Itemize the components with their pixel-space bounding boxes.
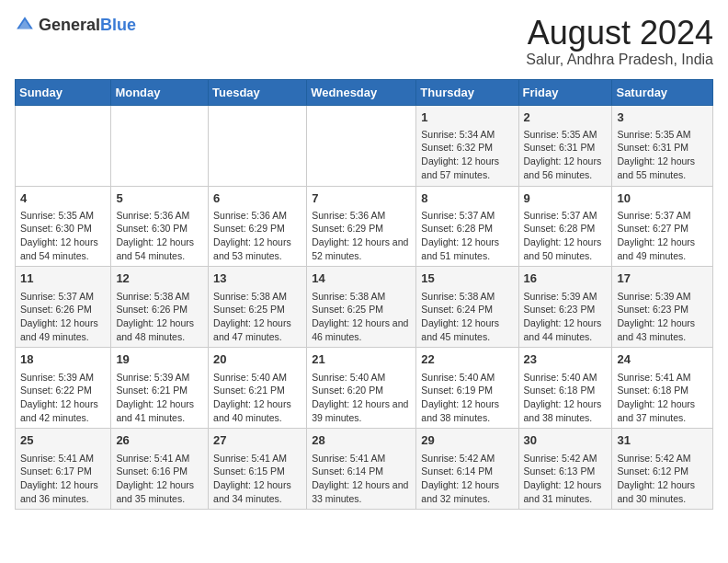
week-row-3: 11Sunrise: 5:37 AM Sunset: 6:26 PM Dayli… <box>16 267 713 348</box>
day-number: 18 <box>20 351 106 368</box>
calendar-cell: 16Sunrise: 5:39 AM Sunset: 6:23 PM Dayli… <box>518 267 612 348</box>
day-number: 2 <box>524 109 608 126</box>
day-number: 22 <box>421 351 513 368</box>
day-info: Sunrise: 5:40 AM Sunset: 6:19 PM Dayligh… <box>421 371 513 425</box>
day-number: 25 <box>20 432 106 449</box>
logo-general: General <box>39 16 100 34</box>
calendar-cell: 24Sunrise: 5:41 AM Sunset: 6:18 PM Dayli… <box>612 348 713 429</box>
day-info: Sunrise: 5:40 AM Sunset: 6:20 PM Dayligh… <box>312 371 411 425</box>
calendar-cell: 19Sunrise: 5:39 AM Sunset: 6:21 PM Dayli… <box>111 348 209 429</box>
day-info: Sunrise: 5:37 AM Sunset: 6:27 PM Dayligh… <box>617 209 708 263</box>
day-info: Sunrise: 5:37 AM Sunset: 6:26 PM Dayligh… <box>20 290 106 344</box>
month-year-title: August 2024 <box>526 15 713 52</box>
day-info: Sunrise: 5:41 AM Sunset: 6:18 PM Dayligh… <box>617 371 708 425</box>
calendar-cell: 13Sunrise: 5:38 AM Sunset: 6:25 PM Dayli… <box>209 267 307 348</box>
logo: GeneralBlue <box>15 15 136 35</box>
day-header-tuesday: Tuesday <box>209 79 307 105</box>
calendar-table: SundayMondayTuesdayWednesdayThursdayFrid… <box>15 79 713 511</box>
day-header-thursday: Thursday <box>416 79 518 105</box>
day-number: 17 <box>617 270 708 287</box>
week-row-5: 25Sunrise: 5:41 AM Sunset: 6:17 PM Dayli… <box>16 429 713 510</box>
calendar-cell: 9Sunrise: 5:37 AM Sunset: 6:28 PM Daylig… <box>518 186 612 267</box>
day-number: 7 <box>312 190 411 207</box>
day-number: 5 <box>116 190 203 207</box>
day-info: Sunrise: 5:42 AM Sunset: 6:14 PM Dayligh… <box>421 452 513 506</box>
day-number: 6 <box>213 190 301 207</box>
calendar-cell: 27Sunrise: 5:41 AM Sunset: 6:15 PM Dayli… <box>209 429 307 510</box>
day-number: 21 <box>312 351 411 368</box>
day-number: 19 <box>116 351 203 368</box>
calendar-cell <box>209 105 307 186</box>
calendar-header: SundayMondayTuesdayWednesdayThursdayFrid… <box>16 79 713 105</box>
day-info: Sunrise: 5:35 AM Sunset: 6:30 PM Dayligh… <box>20 209 106 263</box>
day-number: 23 <box>524 351 608 368</box>
day-header-monday: Monday <box>111 79 209 105</box>
location-subtitle: Salur, Andhra Pradesh, India <box>526 52 713 68</box>
day-info: Sunrise: 5:39 AM Sunset: 6:23 PM Dayligh… <box>524 290 608 344</box>
day-number: 20 <box>213 351 301 368</box>
day-info: Sunrise: 5:36 AM Sunset: 6:29 PM Dayligh… <box>213 209 301 263</box>
page-header: GeneralBlue August 2024 Salur, Andhra Pr… <box>15 15 713 68</box>
day-info: Sunrise: 5:38 AM Sunset: 6:25 PM Dayligh… <box>213 290 301 344</box>
week-row-2: 4Sunrise: 5:35 AM Sunset: 6:30 PM Daylig… <box>16 186 713 267</box>
day-number: 28 <box>312 432 411 449</box>
day-info: Sunrise: 5:41 AM Sunset: 6:17 PM Dayligh… <box>20 452 106 506</box>
day-info: Sunrise: 5:41 AM Sunset: 6:15 PM Dayligh… <box>213 452 301 506</box>
day-info: Sunrise: 5:38 AM Sunset: 6:25 PM Dayligh… <box>312 290 411 344</box>
calendar-cell: 1Sunrise: 5:34 AM Sunset: 6:32 PM Daylig… <box>416 105 518 186</box>
calendar-cell: 5Sunrise: 5:36 AM Sunset: 6:30 PM Daylig… <box>111 186 209 267</box>
calendar-cell: 3Sunrise: 5:35 AM Sunset: 6:31 PM Daylig… <box>612 105 713 186</box>
day-info: Sunrise: 5:34 AM Sunset: 6:32 PM Dayligh… <box>421 128 513 182</box>
calendar-cell: 25Sunrise: 5:41 AM Sunset: 6:17 PM Dayli… <box>16 429 111 510</box>
calendar-cell: 4Sunrise: 5:35 AM Sunset: 6:30 PM Daylig… <box>16 186 111 267</box>
logo-blue: Blue <box>100 16 136 34</box>
calendar-cell: 14Sunrise: 5:38 AM Sunset: 6:25 PM Dayli… <box>307 267 416 348</box>
calendar-cell: 17Sunrise: 5:39 AM Sunset: 6:23 PM Dayli… <box>612 267 713 348</box>
day-info: Sunrise: 5:38 AM Sunset: 6:26 PM Dayligh… <box>116 290 203 344</box>
calendar-cell: 7Sunrise: 5:36 AM Sunset: 6:29 PM Daylig… <box>307 186 416 267</box>
day-number: 14 <box>312 270 411 287</box>
day-number: 1 <box>421 109 513 126</box>
calendar-cell: 29Sunrise: 5:42 AM Sunset: 6:14 PM Dayli… <box>416 429 518 510</box>
calendar-cell: 18Sunrise: 5:39 AM Sunset: 6:22 PM Dayli… <box>16 348 111 429</box>
day-number: 13 <box>213 270 301 287</box>
day-info: Sunrise: 5:42 AM Sunset: 6:13 PM Dayligh… <box>524 452 608 506</box>
day-info: Sunrise: 5:39 AM Sunset: 6:23 PM Dayligh… <box>617 290 708 344</box>
day-number: 24 <box>617 351 708 368</box>
calendar-cell <box>307 105 416 186</box>
day-info: Sunrise: 5:37 AM Sunset: 6:28 PM Dayligh… <box>524 209 608 263</box>
day-info: Sunrise: 5:38 AM Sunset: 6:24 PM Dayligh… <box>421 290 513 344</box>
day-header-saturday: Saturday <box>612 79 713 105</box>
calendar-cell: 22Sunrise: 5:40 AM Sunset: 6:19 PM Dayli… <box>416 348 518 429</box>
calendar-cell: 31Sunrise: 5:42 AM Sunset: 6:12 PM Dayli… <box>612 429 713 510</box>
header-row: SundayMondayTuesdayWednesdayThursdayFrid… <box>16 79 713 105</box>
calendar-cell: 26Sunrise: 5:41 AM Sunset: 6:16 PM Dayli… <box>111 429 209 510</box>
day-info: Sunrise: 5:36 AM Sunset: 6:30 PM Dayligh… <box>116 209 203 263</box>
calendar-cell: 6Sunrise: 5:36 AM Sunset: 6:29 PM Daylig… <box>209 186 307 267</box>
day-header-wednesday: Wednesday <box>307 79 416 105</box>
week-row-4: 18Sunrise: 5:39 AM Sunset: 6:22 PM Dayli… <box>16 348 713 429</box>
calendar-cell: 20Sunrise: 5:40 AM Sunset: 6:21 PM Dayli… <box>209 348 307 429</box>
day-info: Sunrise: 5:35 AM Sunset: 6:31 PM Dayligh… <box>524 128 608 182</box>
day-number: 4 <box>20 190 106 207</box>
day-info: Sunrise: 5:35 AM Sunset: 6:31 PM Dayligh… <box>617 128 708 182</box>
day-number: 29 <box>421 432 513 449</box>
day-number: 27 <box>213 432 301 449</box>
day-info: Sunrise: 5:39 AM Sunset: 6:21 PM Dayligh… <box>116 371 203 425</box>
calendar-body: 1Sunrise: 5:34 AM Sunset: 6:32 PM Daylig… <box>16 105 713 510</box>
day-number: 10 <box>617 190 708 207</box>
calendar-cell: 15Sunrise: 5:38 AM Sunset: 6:24 PM Dayli… <box>416 267 518 348</box>
day-info: Sunrise: 5:40 AM Sunset: 6:18 PM Dayligh… <box>524 371 608 425</box>
calendar-cell: 8Sunrise: 5:37 AM Sunset: 6:28 PM Daylig… <box>416 186 518 267</box>
day-number: 12 <box>116 270 203 287</box>
calendar-cell: 2Sunrise: 5:35 AM Sunset: 6:31 PM Daylig… <box>518 105 612 186</box>
day-number: 26 <box>116 432 203 449</box>
day-number: 8 <box>421 190 513 207</box>
day-header-friday: Friday <box>518 79 612 105</box>
day-info: Sunrise: 5:39 AM Sunset: 6:22 PM Dayligh… <box>20 371 106 425</box>
day-number: 30 <box>524 432 608 449</box>
day-number: 16 <box>524 270 608 287</box>
day-header-sunday: Sunday <box>16 79 111 105</box>
day-info: Sunrise: 5:41 AM Sunset: 6:14 PM Dayligh… <box>312 452 411 506</box>
calendar-cell <box>16 105 111 186</box>
